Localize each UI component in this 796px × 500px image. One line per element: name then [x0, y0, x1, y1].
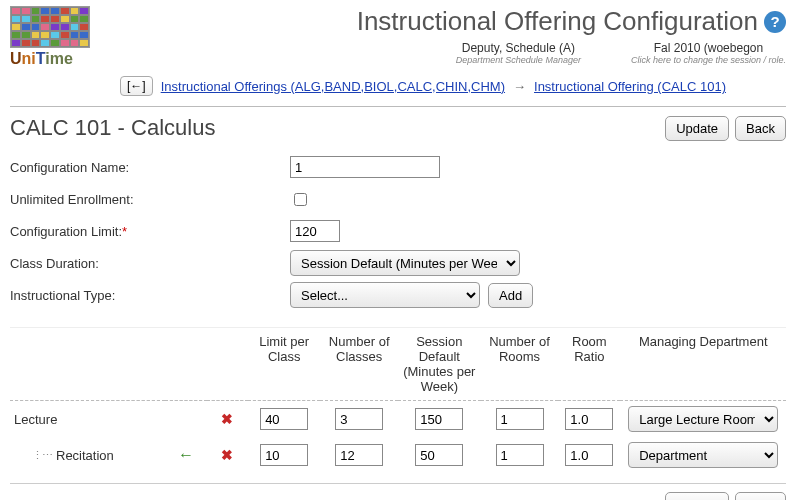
duration-select[interactable]: Session Default (Minutes per Week) [290, 250, 520, 276]
unlimited-label: Unlimited Enrollment: [10, 192, 290, 207]
subpart-name: Recitation [56, 448, 114, 463]
breadcrumb-link-offering[interactable]: Instructional Offering (CALC 101) [534, 79, 726, 94]
user-info[interactable]: Deputy, Schedule (A) Department Schedule… [456, 41, 581, 65]
user-name: Deputy, Schedule (A) [456, 41, 581, 55]
add-button[interactable]: Add [488, 283, 533, 308]
col-managing: Managing Department [620, 328, 786, 401]
room-ratio-input[interactable] [565, 408, 613, 430]
update-button-bottom[interactable]: Update [665, 492, 729, 500]
num-rooms-input[interactable] [496, 444, 544, 466]
col-session-default: Session Default (Minutes per Week) [398, 328, 481, 401]
page-title: Instructional Offering Configuration [357, 6, 758, 37]
room-ratio-input[interactable] [565, 444, 613, 466]
table-row: ⋮⋯Recitation←✖Department [10, 437, 786, 473]
tree-icon: ⋮⋯ [32, 449, 52, 462]
unlimited-checkbox[interactable] [294, 193, 307, 206]
subpart-table: Limit per Class Number of Classes Sessio… [10, 328, 786, 473]
limit-input[interactable] [260, 408, 308, 430]
subpart-name: Lecture [14, 412, 57, 427]
breadcrumb: [←] Instructional Offerings (ALG,BAND,BI… [120, 76, 786, 96]
session-sub: Click here to change the session / role. [631, 55, 786, 65]
managing-dept-select[interactable]: Large Lecture Room [628, 406, 778, 432]
table-row: Lecture✖Large Lecture Room [10, 401, 786, 438]
delete-icon[interactable]: ✖ [221, 411, 233, 427]
config-limit-label: Configuration Limit:* [10, 224, 290, 239]
num-classes-input[interactable] [335, 408, 383, 430]
logo-text: UniTime [10, 50, 120, 68]
config-name-input[interactable] [290, 156, 440, 178]
update-button[interactable]: Update [665, 116, 729, 141]
instr-type-select[interactable]: Select... [290, 282, 480, 308]
session-name: Fal 2010 (woebegon [631, 41, 786, 55]
logo-grid [10, 6, 90, 48]
breadcrumb-arrow: → [513, 79, 526, 94]
user-role: Department Schedule Manager [456, 55, 581, 65]
breadcrumb-link-offerings[interactable]: Instructional Offerings (ALG,BAND,BIOL,C… [161, 79, 505, 94]
managing-dept-select[interactable]: Department [628, 442, 778, 468]
back-button[interactable]: Back [735, 116, 786, 141]
back-button-bottom[interactable]: Back [735, 492, 786, 500]
instr-type-label: Instructional Type: [10, 288, 290, 303]
logo: UniTime [10, 6, 120, 68]
col-num-classes: Number of Classes [320, 328, 398, 401]
num-classes-input[interactable] [335, 444, 383, 466]
col-limit: Limit per Class [248, 328, 320, 401]
help-icon[interactable]: ? [764, 11, 786, 33]
minutes-input[interactable] [415, 444, 463, 466]
num-rooms-input[interactable] [496, 408, 544, 430]
delete-icon[interactable]: ✖ [221, 447, 233, 463]
config-name-label: Configuration Name: [10, 160, 290, 175]
col-room-ratio: Room Ratio [558, 328, 620, 401]
minutes-input[interactable] [415, 408, 463, 430]
duration-label: Class Duration: [10, 256, 290, 271]
breadcrumb-back-button[interactable]: [←] [120, 76, 153, 96]
arrow-left-icon[interactable]: ← [178, 446, 194, 463]
session-info[interactable]: Fal 2010 (woebegon Click here to change … [631, 41, 786, 65]
config-limit-input[interactable] [290, 220, 340, 242]
col-num-rooms: Number of Rooms [481, 328, 559, 401]
course-title: CALC 101 - Calculus [10, 115, 215, 141]
limit-input[interactable] [260, 444, 308, 466]
